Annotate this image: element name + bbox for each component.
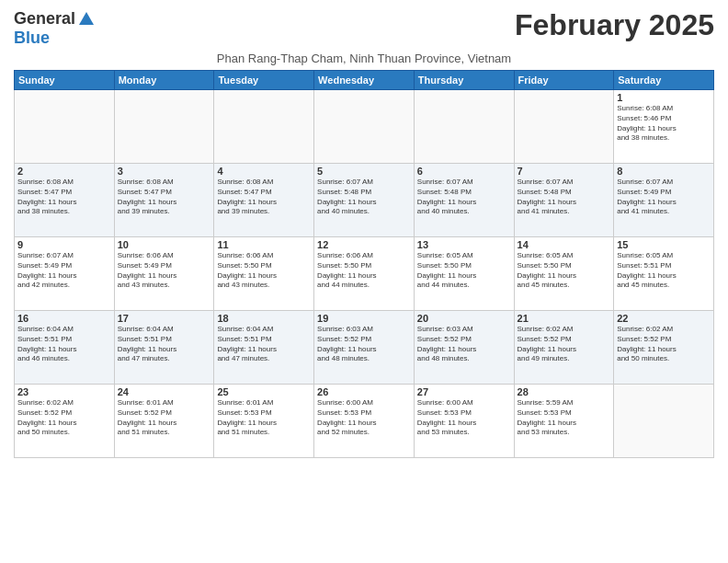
calendar-cell: 7Sunrise: 6:07 AM Sunset: 5:48 PM Daylig… xyxy=(514,164,614,237)
day-number: 13 xyxy=(417,239,511,250)
day-info: Sunrise: 6:03 AM Sunset: 5:52 PM Dayligh… xyxy=(317,325,411,364)
day-number: 20 xyxy=(417,313,511,324)
calendar-cell: 28Sunrise: 5:59 AM Sunset: 5:53 PM Dayli… xyxy=(514,385,614,458)
location-text: Phan Rang-Thap Cham, Ninh Thuan Province… xyxy=(14,52,714,65)
calendar-cell: 2Sunrise: 6:08 AM Sunset: 5:47 PM Daylig… xyxy=(15,164,115,237)
day-number: 10 xyxy=(118,239,211,250)
day-info: Sunrise: 6:00 AM Sunset: 5:53 PM Dayligh… xyxy=(317,398,411,438)
calendar-cell xyxy=(15,90,115,164)
calendar-cell xyxy=(114,90,214,164)
calendar-header-row: SundayMondayTuesdayWednesdayThursdayFrid… xyxy=(15,71,714,90)
calendar-cell: 14Sunrise: 6:05 AM Sunset: 5:50 PM Dayli… xyxy=(514,237,614,311)
day-number: 7 xyxy=(518,166,611,177)
day-number: 14 xyxy=(518,239,611,250)
day-number: 18 xyxy=(217,313,311,324)
calendar-cell: 16Sunrise: 6:04 AM Sunset: 5:51 PM Dayli… xyxy=(15,311,115,385)
day-info: Sunrise: 6:01 AM Sunset: 5:52 PM Dayligh… xyxy=(118,398,211,438)
calendar-cell xyxy=(514,90,614,164)
day-info: Sunrise: 6:02 AM Sunset: 5:52 PM Dayligh… xyxy=(17,398,111,438)
calendar-cell: 10Sunrise: 6:06 AM Sunset: 5:49 PM Dayli… xyxy=(114,237,214,311)
day-info: Sunrise: 6:03 AM Sunset: 5:52 PM Dayligh… xyxy=(417,325,511,364)
day-info: Sunrise: 6:08 AM Sunset: 5:46 PM Dayligh… xyxy=(617,104,711,144)
calendar-cell: 17Sunrise: 6:04 AM Sunset: 5:51 PM Dayli… xyxy=(114,311,214,385)
day-info: Sunrise: 6:06 AM Sunset: 5:50 PM Dayligh… xyxy=(317,251,411,291)
day-number: 11 xyxy=(217,239,311,250)
calendar-cell: 9Sunrise: 6:07 AM Sunset: 5:49 PM Daylig… xyxy=(15,237,115,311)
calendar-cell xyxy=(314,90,415,164)
calendar-week-row: 9Sunrise: 6:07 AM Sunset: 5:49 PM Daylig… xyxy=(15,237,714,311)
month-year-title: February 2025 xyxy=(515,9,714,41)
day-info: Sunrise: 6:07 AM Sunset: 5:49 PM Dayligh… xyxy=(17,251,111,291)
calendar-cell: 15Sunrise: 6:05 AM Sunset: 5:51 PM Dayli… xyxy=(614,237,714,311)
calendar-week-row: 1Sunrise: 6:08 AM Sunset: 5:46 PM Daylig… xyxy=(15,90,714,164)
calendar-cell: 4Sunrise: 6:08 AM Sunset: 5:47 PM Daylig… xyxy=(214,164,314,237)
calendar-table: SundayMondayTuesdayWednesdayThursdayFrid… xyxy=(14,70,714,458)
calendar-cell: 1Sunrise: 6:08 AM Sunset: 5:46 PM Daylig… xyxy=(614,90,714,164)
day-number: 22 xyxy=(617,313,711,324)
day-number: 17 xyxy=(118,313,211,324)
day-info: Sunrise: 6:04 AM Sunset: 5:51 PM Dayligh… xyxy=(17,325,111,364)
weekday-header-thursday: Thursday xyxy=(414,71,514,90)
weekday-header-wednesday: Wednesday xyxy=(314,71,415,90)
calendar-cell: 13Sunrise: 6:05 AM Sunset: 5:50 PM Dayli… xyxy=(414,237,514,311)
day-info: Sunrise: 6:02 AM Sunset: 5:52 PM Dayligh… xyxy=(617,325,711,364)
calendar-cell xyxy=(414,90,514,164)
calendar-cell: 12Sunrise: 6:06 AM Sunset: 5:50 PM Dayli… xyxy=(314,237,415,311)
logo-icon xyxy=(77,10,96,29)
day-info: Sunrise: 6:02 AM Sunset: 5:52 PM Dayligh… xyxy=(518,325,611,364)
day-info: Sunrise: 6:05 AM Sunset: 5:51 PM Dayligh… xyxy=(617,251,711,291)
day-info: Sunrise: 5:59 AM Sunset: 5:53 PM Dayligh… xyxy=(518,398,611,438)
day-number: 21 xyxy=(518,313,611,324)
logo-blue-text: Blue xyxy=(14,29,50,48)
calendar-cell: 8Sunrise: 6:07 AM Sunset: 5:49 PM Daylig… xyxy=(614,164,714,237)
weekday-header-monday: Monday xyxy=(114,71,214,90)
calendar-cell: 5Sunrise: 6:07 AM Sunset: 5:48 PM Daylig… xyxy=(314,164,415,237)
calendar-week-row: 23Sunrise: 6:02 AM Sunset: 5:52 PM Dayli… xyxy=(15,385,714,458)
day-number: 23 xyxy=(17,386,111,397)
day-number: 26 xyxy=(317,386,411,397)
weekday-header-tuesday: Tuesday xyxy=(214,71,314,90)
day-number: 3 xyxy=(118,166,211,177)
day-number: 25 xyxy=(217,386,311,397)
calendar-cell: 27Sunrise: 6:00 AM Sunset: 5:53 PM Dayli… xyxy=(414,385,514,458)
calendar-cell: 19Sunrise: 6:03 AM Sunset: 5:52 PM Dayli… xyxy=(314,311,415,385)
calendar-cell: 6Sunrise: 6:07 AM Sunset: 5:48 PM Daylig… xyxy=(414,164,514,237)
day-number: 27 xyxy=(417,386,511,397)
logo-general-text: General xyxy=(14,9,75,29)
day-info: Sunrise: 6:06 AM Sunset: 5:49 PM Dayligh… xyxy=(118,251,211,291)
calendar-cell: 23Sunrise: 6:02 AM Sunset: 5:52 PM Dayli… xyxy=(15,385,115,458)
day-number: 2 xyxy=(17,166,111,177)
day-info: Sunrise: 6:07 AM Sunset: 5:48 PM Dayligh… xyxy=(417,178,511,217)
day-number: 8 xyxy=(617,166,711,177)
calendar-cell: 22Sunrise: 6:02 AM Sunset: 5:52 PM Dayli… xyxy=(614,311,714,385)
day-info: Sunrise: 6:06 AM Sunset: 5:50 PM Dayligh… xyxy=(217,251,311,291)
day-number: 15 xyxy=(617,239,711,250)
day-info: Sunrise: 6:08 AM Sunset: 5:47 PM Dayligh… xyxy=(217,178,311,217)
day-info: Sunrise: 6:08 AM Sunset: 5:47 PM Dayligh… xyxy=(17,178,111,217)
day-info: Sunrise: 6:07 AM Sunset: 5:49 PM Dayligh… xyxy=(617,178,711,217)
day-number: 1 xyxy=(617,92,711,103)
day-info: Sunrise: 6:08 AM Sunset: 5:47 PM Dayligh… xyxy=(118,178,211,217)
day-info: Sunrise: 6:04 AM Sunset: 5:51 PM Dayligh… xyxy=(118,325,211,364)
calendar-cell: 3Sunrise: 6:08 AM Sunset: 5:47 PM Daylig… xyxy=(114,164,214,237)
day-info: Sunrise: 6:07 AM Sunset: 5:48 PM Dayligh… xyxy=(317,178,411,217)
day-number: 19 xyxy=(317,313,411,324)
day-info: Sunrise: 6:07 AM Sunset: 5:48 PM Dayligh… xyxy=(518,178,611,217)
logo: General Blue xyxy=(14,9,96,48)
day-info: Sunrise: 6:04 AM Sunset: 5:51 PM Dayligh… xyxy=(217,325,311,364)
weekday-header-saturday: Saturday xyxy=(614,71,714,90)
calendar-cell: 18Sunrise: 6:04 AM Sunset: 5:51 PM Dayli… xyxy=(214,311,314,385)
day-info: Sunrise: 6:05 AM Sunset: 5:50 PM Dayligh… xyxy=(417,251,511,291)
calendar-cell: 21Sunrise: 6:02 AM Sunset: 5:52 PM Dayli… xyxy=(514,311,614,385)
svg-marker-0 xyxy=(79,12,94,25)
weekday-header-sunday: Sunday xyxy=(15,71,115,90)
calendar-cell xyxy=(214,90,314,164)
day-number: 5 xyxy=(317,166,411,177)
day-number: 9 xyxy=(17,239,111,250)
day-number: 6 xyxy=(417,166,511,177)
calendar-cell xyxy=(614,385,714,458)
day-number: 4 xyxy=(217,166,311,177)
calendar-cell: 20Sunrise: 6:03 AM Sunset: 5:52 PM Dayli… xyxy=(414,311,514,385)
day-number: 16 xyxy=(17,313,111,324)
day-info: Sunrise: 6:00 AM Sunset: 5:53 PM Dayligh… xyxy=(417,398,511,438)
